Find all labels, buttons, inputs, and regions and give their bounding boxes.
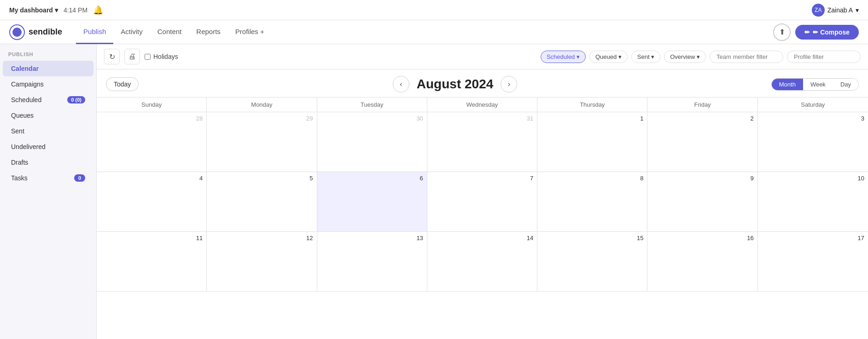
day-number: 17 bbox=[762, 235, 864, 241]
top-bar-left: My dashboard ▾ 4:14 PM 🔔 bbox=[9, 5, 103, 15]
day-number: 15 bbox=[541, 235, 643, 241]
sidebar-label-undelivered: Undelivered bbox=[11, 143, 85, 150]
main-content: ↻ 🖨 Holidays Scheduled ▾ Queued ▾ Sent ▾ bbox=[97, 44, 868, 339]
calendar-week-0: 28293031123 bbox=[97, 112, 868, 172]
queued-filter-btn[interactable]: Queued ▾ bbox=[589, 51, 628, 63]
tasks-badge: 0 bbox=[74, 174, 85, 182]
upload-button[interactable]: ⬆ bbox=[773, 23, 791, 41]
cal-cell-w0-d6[interactable]: 3 bbox=[758, 112, 868, 172]
sidebar-label-scheduled: Scheduled bbox=[11, 96, 67, 103]
sent-filter-btn[interactable]: Sent ▾ bbox=[631, 51, 660, 63]
sidebar-item-sent[interactable]: Sent bbox=[3, 123, 93, 139]
scheduled-filter-btn[interactable]: Scheduled ▾ bbox=[541, 51, 586, 63]
cal-cell-w1-d6[interactable]: 10 bbox=[758, 172, 868, 231]
day-number: 11 bbox=[100, 235, 203, 241]
top-bar-right: ZA Zainab A ▾ bbox=[812, 4, 859, 17]
nav-bar: sendible Publish Activity Content Report… bbox=[0, 20, 868, 44]
cal-cell-w0-d5[interactable]: 2 bbox=[647, 112, 757, 172]
nav-link-content[interactable]: Content bbox=[150, 20, 189, 44]
cal-cell-w0-d1[interactable]: 29 bbox=[207, 112, 317, 172]
calendar-header-row: Sunday Monday Tuesday Wednesday Thursday… bbox=[97, 97, 868, 112]
day-view-button[interactable]: Day bbox=[833, 79, 858, 90]
team-member-filter-input[interactable] bbox=[710, 51, 783, 63]
day-number: 3 bbox=[762, 115, 864, 122]
cal-cell-w2-d6[interactable]: 17 bbox=[758, 232, 868, 291]
sidebar-section-label: PUBLISH bbox=[0, 52, 96, 61]
logo-text: sendible bbox=[29, 27, 62, 37]
prev-month-button[interactable]: ‹ bbox=[393, 76, 409, 92]
print-button[interactable]: 🖨 bbox=[124, 49, 140, 64]
day-number: 16 bbox=[651, 235, 753, 241]
header-wednesday: Wednesday bbox=[427, 98, 537, 112]
day-number: 13 bbox=[321, 235, 423, 241]
sidebar-item-undelivered[interactable]: Undelivered bbox=[3, 139, 93, 155]
cal-cell-w1-d0[interactable]: 4 bbox=[97, 172, 207, 231]
cal-cell-w2-d3[interactable]: 14 bbox=[427, 232, 537, 291]
time-display: 4:14 PM bbox=[64, 6, 87, 14]
calendar-area: Today ‹ August 2024 › Month Week Day Sun… bbox=[97, 69, 868, 339]
today-button[interactable]: Today bbox=[106, 77, 139, 91]
sidebar-label-campaigns: Campaigns bbox=[11, 80, 85, 88]
app-body: PUBLISH Calendar Campaigns Scheduled 0 (… bbox=[0, 44, 868, 339]
calendar-week-1: 45678910 bbox=[97, 172, 868, 232]
today-button-wrapper: Today bbox=[106, 77, 139, 91]
cal-cell-w2-d4[interactable]: 15 bbox=[537, 232, 647, 291]
bell-icon[interactable]: 🔔 bbox=[93, 5, 103, 15]
cal-cell-w1-d3[interactable]: 7 bbox=[427, 172, 537, 231]
cal-cell-w1-d2[interactable]: 6 bbox=[317, 172, 427, 231]
cal-cell-w1-d4[interactable]: 8 bbox=[537, 172, 647, 231]
compose-label: ✏ Compose bbox=[813, 29, 850, 36]
dashboard-title-text: My dashboard bbox=[9, 6, 53, 14]
toolbar-left: ↻ 🖨 Holidays bbox=[104, 49, 178, 64]
cal-cell-w1-d5[interactable]: 9 bbox=[647, 172, 757, 231]
sidebar-item-campaigns[interactable]: Campaigns bbox=[3, 76, 93, 92]
sidebar-item-scheduled[interactable]: Scheduled 0 (0) bbox=[3, 92, 93, 108]
sidebar-item-tasks[interactable]: Tasks 0 bbox=[3, 170, 93, 186]
cal-nav-center: ‹ August 2024 › bbox=[393, 76, 518, 92]
profile-filter-input[interactable] bbox=[787, 51, 861, 63]
nav-link-profiles[interactable]: Profiles + bbox=[228, 20, 272, 44]
logo[interactable]: sendible bbox=[9, 24, 62, 40]
user-name: Zainab A bbox=[827, 6, 853, 14]
cal-cell-w2-d2[interactable]: 13 bbox=[317, 232, 427, 291]
next-month-button[interactable]: › bbox=[501, 76, 517, 92]
dashboard-title[interactable]: My dashboard ▾ bbox=[9, 6, 58, 14]
user-info[interactable]: ZA Zainab A ▾ bbox=[812, 4, 859, 17]
day-number: 5 bbox=[210, 175, 313, 182]
user-avatar: ZA bbox=[812, 4, 825, 17]
sidebar-label-tasks: Tasks bbox=[11, 174, 74, 182]
refresh-button[interactable]: ↻ bbox=[104, 49, 120, 64]
nav-link-reports[interactable]: Reports bbox=[189, 20, 228, 44]
cal-cell-w0-d4[interactable]: 1 bbox=[537, 112, 647, 172]
calendar-body: 282930311234567891011121314151617 bbox=[97, 112, 868, 292]
day-number: 9 bbox=[651, 175, 753, 182]
nav-link-activity[interactable]: Activity bbox=[113, 20, 150, 44]
cal-cell-w2-d1[interactable]: 12 bbox=[207, 232, 317, 291]
holidays-label: Holidays bbox=[153, 53, 178, 60]
cal-cell-w0-d3[interactable]: 31 bbox=[427, 112, 537, 172]
holidays-checkbox[interactable] bbox=[145, 54, 151, 60]
overview-filter-btn[interactable]: Overview ▾ bbox=[664, 51, 706, 63]
day-number: 7 bbox=[431, 175, 533, 182]
sidebar-label-calendar: Calendar bbox=[11, 65, 85, 72]
week-view-button[interactable]: Week bbox=[803, 79, 833, 90]
nav-link-publish[interactable]: Publish bbox=[76, 20, 113, 44]
sidebar-item-calendar[interactable]: Calendar bbox=[3, 61, 93, 76]
sent-filter-label: Sent ▾ bbox=[637, 53, 654, 60]
cal-cell-w2-d5[interactable]: 16 bbox=[647, 232, 757, 291]
day-number: 29 bbox=[210, 115, 313, 122]
cal-cell-w1-d1[interactable]: 5 bbox=[207, 172, 317, 231]
month-view-button[interactable]: Month bbox=[772, 79, 803, 90]
sidebar-label-sent: Sent bbox=[11, 127, 85, 135]
cal-cell-w0-d2[interactable]: 30 bbox=[317, 112, 427, 172]
holidays-checkbox-label[interactable]: Holidays bbox=[145, 53, 178, 60]
compose-button[interactable]: ✏ ✏ Compose bbox=[795, 25, 859, 40]
cal-cell-w0-d0[interactable]: 28 bbox=[97, 112, 207, 172]
compose-icon: ✏ bbox=[804, 29, 810, 36]
cal-cell-w2-d0[interactable]: 11 bbox=[97, 232, 207, 291]
scheduled-filter-label: Scheduled ▾ bbox=[547, 53, 580, 60]
sidebar-item-drafts[interactable]: Drafts bbox=[3, 155, 93, 170]
sidebar-item-queues[interactable]: Queues bbox=[3, 108, 93, 123]
header-thursday: Thursday bbox=[537, 98, 647, 112]
day-number: 1 bbox=[541, 115, 643, 122]
